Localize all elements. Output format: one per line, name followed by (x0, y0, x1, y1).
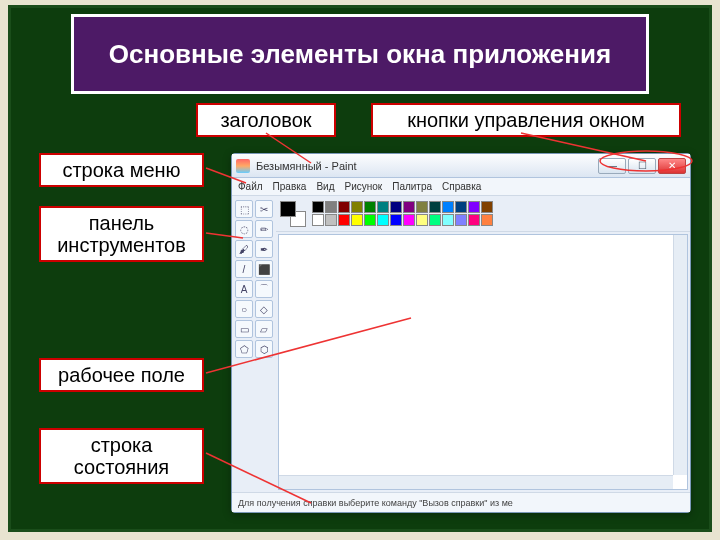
color-swatch[interactable] (455, 214, 467, 226)
tool-button[interactable]: 🖌 (235, 240, 253, 258)
tool-button[interactable]: ⬡ (255, 340, 273, 358)
label-titlebar: заголовок (196, 103, 336, 137)
color-swatch[interactable] (377, 214, 389, 226)
color-swatch[interactable] (416, 201, 428, 213)
menu-item[interactable]: Правка (273, 181, 307, 192)
color-swatch[interactable] (416, 214, 428, 226)
tool-button[interactable]: A (235, 280, 253, 298)
tool-palette: ⬚✂◌✏🖌✒/⬛A⌒○◇▭▱⬠⬡ (232, 196, 276, 492)
menu-item[interactable]: Файл (238, 181, 263, 192)
color-swatch[interactable] (312, 214, 324, 226)
menu-item[interactable]: Вид (316, 181, 334, 192)
menu-item[interactable]: Рисунок (344, 181, 382, 192)
color-swatch[interactable] (481, 214, 493, 226)
tool-button[interactable]: ▭ (235, 320, 253, 338)
maximize-button[interactable]: ☐ (628, 158, 656, 174)
paint-titlebar[interactable]: Безымянный - Paint — ☐ ✕ (232, 154, 690, 178)
close-button[interactable]: ✕ (658, 158, 686, 174)
fg-color-swatch (280, 201, 296, 217)
horizontal-scrollbar[interactable] (279, 475, 673, 489)
label-window-controls: кнопки управления окном (371, 103, 681, 137)
label-tool-panel: панель инструментов (39, 206, 204, 262)
tool-button[interactable]: ◇ (255, 300, 273, 318)
paint-window: Безымянный - Paint — ☐ ✕ ФайлПравкаВидРи… (231, 153, 691, 513)
tool-button[interactable]: ✂ (255, 200, 273, 218)
color-swatch[interactable] (312, 201, 324, 213)
tool-button[interactable]: ⬛ (255, 260, 273, 278)
paint-body: ⬚✂◌✏🖌✒/⬛A⌒○◇▭▱⬠⬡ (232, 196, 690, 492)
color-swatch[interactable] (390, 214, 402, 226)
color-swatch[interactable] (403, 214, 415, 226)
color-swatch[interactable] (338, 201, 350, 213)
tool-button[interactable]: ○ (235, 300, 253, 318)
color-swatch[interactable] (455, 201, 467, 213)
paint-right-area (276, 196, 690, 492)
canvas[interactable] (278, 234, 688, 490)
tool-button[interactable]: ⬚ (235, 200, 253, 218)
tool-button[interactable]: ✏ (255, 220, 273, 238)
color-swatch[interactable] (390, 201, 402, 213)
color-swatch[interactable] (468, 201, 480, 213)
color-swatch[interactable] (325, 214, 337, 226)
color-swatch[interactable] (351, 201, 363, 213)
paint-statusbar: Для получения справки выберите команду "… (232, 492, 690, 512)
minimize-button[interactable]: — (598, 158, 626, 174)
label-canvas: рабочее поле (39, 358, 204, 392)
slide-frame: Основные элементы окна приложения заголо… (8, 5, 712, 532)
tool-button[interactable]: ▱ (255, 320, 273, 338)
menu-item[interactable]: Справка (442, 181, 481, 192)
paint-title-text: Безымянный - Paint (256, 160, 598, 172)
color-swatch[interactable] (442, 214, 454, 226)
color-swatch[interactable] (429, 214, 441, 226)
color-swatch[interactable] (481, 201, 493, 213)
color-swatch[interactable] (364, 201, 376, 213)
label-menubar: строка меню (39, 153, 204, 187)
color-swatches (312, 201, 493, 226)
color-swatch[interactable] (325, 201, 337, 213)
color-swatch[interactable] (442, 201, 454, 213)
tool-button[interactable]: ✒ (255, 240, 273, 258)
window-control-group: — ☐ ✕ (598, 158, 686, 174)
paint-menubar: ФайлПравкаВидРисунокПалитраСправка (232, 178, 690, 196)
slide-title-banner: Основные элементы окна приложения (71, 14, 649, 94)
color-swatch[interactable] (468, 214, 480, 226)
color-swatch[interactable] (364, 214, 376, 226)
status-text: Для получения справки выберите команду "… (238, 498, 513, 508)
tool-button[interactable]: ◌ (235, 220, 253, 238)
tool-button[interactable]: ⬠ (235, 340, 253, 358)
color-swatch[interactable] (377, 201, 389, 213)
color-palette (276, 196, 690, 232)
slide-title: Основные элементы окна приложения (109, 40, 611, 69)
menu-item[interactable]: Палитра (392, 181, 432, 192)
color-swatch[interactable] (403, 201, 415, 213)
tool-button[interactable]: ⌒ (255, 280, 273, 298)
fg-bg-indicator[interactable] (280, 201, 306, 227)
tool-button[interactable]: / (235, 260, 253, 278)
paint-app-icon (236, 159, 250, 173)
color-swatch[interactable] (351, 214, 363, 226)
color-swatch[interactable] (429, 201, 441, 213)
color-swatch[interactable] (338, 214, 350, 226)
label-statusbar: строка состояния (39, 428, 204, 484)
vertical-scrollbar[interactable] (673, 235, 687, 475)
